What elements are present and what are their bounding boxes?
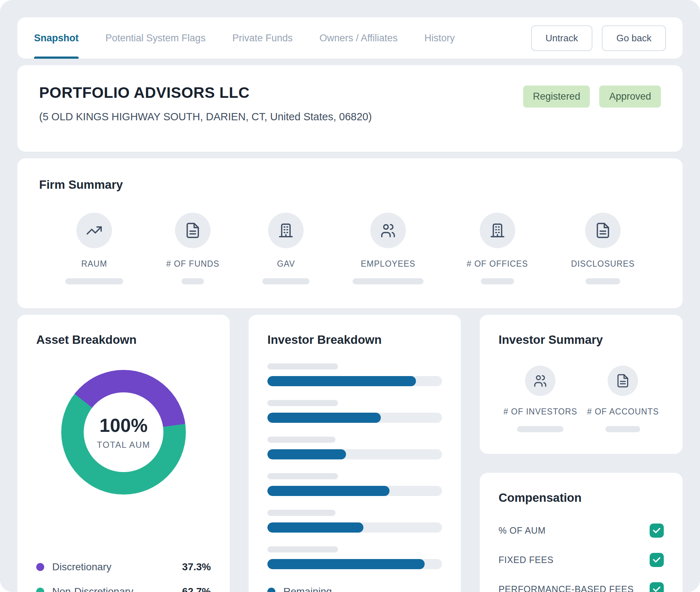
metric-label: # OF OFFICES — [467, 259, 528, 269]
bar-label-placeholder — [267, 400, 338, 406]
metric-num-investors: # OF INVESTORS — [503, 366, 577, 432]
bar-track — [267, 449, 442, 459]
value-placeholder — [65, 278, 123, 284]
file-text-icon — [585, 213, 621, 248]
value-placeholder — [517, 426, 563, 432]
legend-label: Non-Discretionary — [52, 586, 133, 592]
bar-fill — [267, 413, 381, 423]
bar-fill — [267, 376, 416, 386]
untrack-button[interactable]: Untrack — [531, 25, 593, 51]
bar-fill — [267, 486, 389, 496]
bar-fill — [267, 449, 346, 459]
total-aum-value: 100% — [100, 414, 148, 436]
legend-row-non-discretionary: Non-Discretionary 62.7% — [36, 586, 211, 592]
legend-row-discretionary: Discretionary 37.3% — [36, 561, 211, 573]
users-icon — [370, 213, 406, 248]
compensation-label: PERFORMANCE-BASED FEES — [499, 584, 634, 592]
bar-track — [267, 522, 442, 533]
value-placeholder — [481, 278, 514, 284]
firm-address: (5 OLD KINGS HIGHWAY SOUTH, DARIEN, CT, … — [39, 111, 661, 123]
building-icon — [480, 213, 515, 248]
asset-legend: Discretionary 37.3% Non-Discretionary 62… — [36, 543, 211, 592]
metric-label: # OF FUNDS — [166, 259, 220, 269]
compensation-row-pct-of-aum: % OF AUM — [499, 524, 664, 538]
compensation-row-fixed-fees: FIXED FEES — [499, 553, 664, 567]
investor-summary-title: Investor Summary — [499, 333, 664, 347]
metric-label: EMPLOYEES — [361, 259, 416, 269]
bar-fill — [267, 559, 425, 569]
firm-header: PORTFOLIO ADVISORS LLC (5 OLD KINGS HIGH… — [17, 65, 683, 152]
status-badges: Registered Approved — [523, 86, 661, 108]
investor-summary-metrics: # OF INVESTORS # OF ACCOUNTS — [499, 366, 664, 432]
bar-label-placeholder — [267, 437, 336, 443]
bar-track — [267, 376, 442, 386]
value-placeholder — [182, 278, 204, 284]
value-placeholder — [262, 278, 309, 284]
donut-chart-wrap: 100% TOTAL AUM — [61, 370, 186, 495]
bar-track — [267, 559, 442, 569]
bar-track — [267, 413, 442, 423]
compensation-row-performance-fees: PERFORMANCE-BASED FEES — [499, 582, 664, 592]
asset-breakdown-title: Asset Breakdown — [36, 333, 211, 347]
tab-owners-affiliates[interactable]: Owners / Affiliates — [320, 17, 398, 59]
file-text-icon — [608, 366, 638, 396]
tab-private-funds[interactable]: Private Funds — [232, 17, 293, 59]
pct-of-aum-checkbox[interactable] — [650, 524, 664, 538]
investor-legend: Remaining — [267, 569, 442, 592]
legend-label: Remaining — [283, 586, 332, 592]
registered-badge: Registered — [523, 86, 590, 108]
investor-bar-row — [267, 546, 442, 569]
metric-employees: EMPLOYEES — [353, 213, 424, 284]
performance-fees-checkbox[interactable] — [650, 582, 664, 592]
investor-bar-row — [267, 510, 442, 533]
metric-raum: RAUM — [65, 213, 123, 284]
investor-bar-row — [267, 473, 442, 496]
investor-breakdown-title: Investor Breakdown — [267, 333, 442, 347]
investor-bar-row — [267, 363, 442, 386]
topbar-actions: Untrack Go back — [531, 17, 666, 59]
compensation-card: Compensation % OF AUM FIXED FEES PERFORM… — [480, 473, 683, 592]
trend-up-icon — [76, 213, 112, 248]
fixed-fees-checkbox[interactable] — [650, 553, 664, 567]
firm-summary-metrics: RAUM # OF FUNDS GAV EMPLOYEES # OF O — [39, 213, 661, 284]
metric-label: # OF ACCOUNTS — [587, 407, 659, 417]
bar-label-placeholder — [267, 546, 338, 553]
bottom-grid: Asset Breakdown 100% TOTAL AUM Discretio… — [17, 315, 683, 575]
bar-label-placeholder — [267, 510, 336, 516]
tab-potential-system-flags[interactable]: Potential System Flags — [105, 17, 205, 59]
investor-breakdown-card: Investor Breakdown — [249, 315, 461, 592]
legend-value: 37.3% — [182, 561, 211, 573]
investor-bar-row — [267, 400, 442, 423]
users-icon — [525, 366, 555, 396]
discretionary-dot — [36, 563, 44, 571]
firm-summary-title: Firm Summary — [39, 178, 661, 192]
right-column: Investor Summary # OF INVESTORS # OF ACC… — [480, 315, 683, 592]
tab-history[interactable]: History — [424, 17, 455, 59]
tab-bar: Snapshot Potential System Flags Private … — [34, 17, 455, 59]
asset-donut-chart: 100% TOTAL AUM — [61, 370, 186, 495]
compensation-label: % OF AUM — [499, 525, 546, 536]
go-back-button[interactable]: Go back — [602, 25, 666, 51]
value-placeholder — [353, 278, 424, 284]
approved-badge: Approved — [599, 86, 661, 108]
tab-snapshot[interactable]: Snapshot — [34, 17, 79, 59]
bar-track — [267, 486, 442, 496]
bar-label-placeholder — [267, 473, 338, 479]
remaining-dot — [267, 588, 275, 592]
top-navigation: Snapshot Potential System Flags Private … — [17, 17, 683, 59]
metric-label: # OF INVESTORS — [503, 407, 577, 417]
metric-label: RAUM — [81, 259, 107, 269]
investor-bar-row — [267, 437, 442, 459]
total-aum-label: TOTAL AUM — [97, 440, 150, 450]
file-text-icon — [175, 213, 211, 248]
metric-num-offices: # OF OFFICES — [467, 213, 528, 284]
asset-breakdown-card: Asset Breakdown 100% TOTAL AUM Discretio… — [17, 315, 230, 592]
value-placeholder — [586, 278, 620, 284]
metric-label: GAV — [277, 259, 295, 269]
compensation-title: Compensation — [499, 491, 664, 505]
metric-disclosures: DISCLOSURES — [571, 213, 635, 284]
metric-num-accounts: # OF ACCOUNTS — [587, 366, 659, 432]
metric-label: DISCLOSURES — [571, 259, 635, 269]
building-icon — [268, 213, 304, 248]
bar-label-placeholder — [267, 363, 338, 370]
